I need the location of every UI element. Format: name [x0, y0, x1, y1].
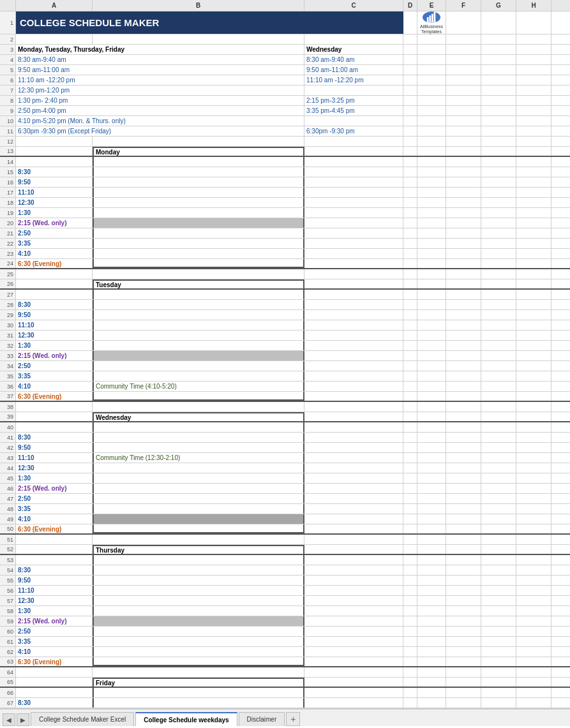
table-row: 51: [0, 535, 570, 545]
table-row: 27: [0, 290, 570, 300]
svg-rect-1: [429, 15, 431, 22]
wednesday-header: Wednesday: [93, 412, 304, 421]
cell-7a: 12:30 pm-1:20 pm: [16, 85, 304, 95]
table-row: 15 8:30: [0, 167, 570, 177]
row-number: 47: [0, 494, 16, 503]
table-row: 33 2:15 (Wed. only): [0, 351, 570, 361]
tab-disclaimer[interactable]: Disclaimer: [239, 712, 285, 726]
row-number: 48: [0, 504, 16, 514]
row-number: 57: [0, 596, 16, 605]
table-row: 7 12:30 pm-1:20 pm: [0, 85, 570, 96]
cell-3c: Wednesday: [304, 45, 403, 54]
row-number: 61: [0, 637, 16, 646]
row-number: 29: [0, 310, 16, 320]
tab-college-schedule-maker[interactable]: College Schedule Maker Excel: [31, 712, 134, 726]
cell-2c: [304, 34, 403, 44]
col-header-c: C: [304, 0, 403, 11]
cell-4a: 8:30 am-9:40 am: [16, 55, 304, 64]
row-number: 8: [0, 96, 16, 105]
row-number: 2: [0, 34, 16, 44]
row-number: 38: [0, 402, 16, 412]
row-number: 9: [0, 106, 16, 115]
table-row: 50 6:30 (Evening): [0, 524, 570, 535]
friday-header: Friday: [93, 678, 304, 687]
table-row: 41 8:30: [0, 433, 570, 443]
row-number: 45: [0, 473, 16, 483]
cell-1d: [403, 11, 417, 34]
col-header-a: A: [16, 0, 93, 11]
cell-11c: 6:30pm -9:30 pm: [304, 126, 403, 136]
cell-9c: 3:35 pm-4:45 pm: [304, 106, 403, 115]
row-number: 3: [0, 45, 16, 54]
cell-4c: 8:30 am-9:40 am: [304, 55, 403, 64]
row-number: 64: [0, 667, 16, 677]
row-number: 34: [0, 361, 16, 371]
row-number: 20: [0, 218, 16, 228]
cell-2h: [516, 34, 551, 44]
tab-college-schedule-weekdays[interactable]: College Schedule weekdays: [135, 712, 237, 726]
cell-3f: [446, 45, 481, 54]
logo-text: AllBusinessTemplates: [420, 24, 443, 35]
table-row: 54 8:30: [0, 565, 570, 576]
cell-3e: [417, 45, 446, 54]
row-number: 67: [0, 698, 16, 708]
row-number: 49: [0, 514, 16, 524]
weekday-label: Monday, Tuesday, Thursday, Friday: [18, 46, 124, 53]
logo-icon: [423, 11, 440, 23]
spreadsheet: A B C D E F G H 1 COLLEGE SCHEDULE MAKER: [0, 0, 570, 726]
row-number: 23: [0, 249, 16, 258]
table-row: 20 2:15 (Wed. only): [0, 218, 570, 228]
row-number: 32: [0, 341, 16, 350]
cell-5a: 9:50 am-11:00 am: [16, 65, 304, 75]
row-number: 13: [0, 147, 16, 156]
tab-add-button[interactable]: +: [286, 712, 300, 726]
row-number: 31: [0, 331, 16, 340]
table-row: 13 Monday: [0, 147, 570, 157]
row-number: 1: [0, 11, 16, 34]
table-row: 39 Wednesday: [0, 412, 570, 422]
cell-1f: [446, 11, 481, 34]
table-row: 29 9:50: [0, 310, 570, 320]
row-number: 5: [0, 65, 16, 75]
table-row: 18 12:30: [0, 198, 570, 208]
table-row: 19 1:30: [0, 208, 570, 218]
app-title: COLLEGE SCHEDULE MAKER: [20, 17, 159, 28]
row-number: 22: [0, 239, 16, 248]
row-number: 41: [0, 433, 16, 442]
row-number: 50: [0, 524, 16, 533]
tab-prev-button[interactable]: ◀: [3, 713, 15, 726]
row-number: 35: [0, 371, 16, 381]
table-row: 60 2:50: [0, 627, 570, 637]
row-number: 37: [0, 392, 16, 401]
cell-8c: 2:15 pm-3:25 pm: [304, 96, 403, 105]
tab-next-button[interactable]: ▶: [17, 713, 29, 726]
table-row: 9 2:50 pm-4:00 pm 3:35 pm-4:45 pm: [0, 106, 570, 116]
thursday-header: Thursday: [93, 545, 304, 554]
row-number: 63: [0, 657, 16, 666]
cell-1g: [481, 11, 516, 34]
col-header-e: E: [417, 0, 446, 11]
table-row: 31 12:30: [0, 331, 570, 341]
table-row: 56 11:10: [0, 586, 570, 596]
table-row: 40: [0, 422, 570, 433]
table-row: 59 2:15 (Wed. only): [0, 616, 570, 627]
cell-9a: 2:50 pm-4:00 pm: [16, 106, 304, 115]
row-number: 58: [0, 606, 16, 616]
cell-10c: [304, 116, 403, 126]
row-number: 59: [0, 616, 16, 626]
table-row: 58 1:30: [0, 606, 570, 616]
tuesday-header: Tuesday: [93, 279, 304, 288]
table-row: 44 12:30: [0, 463, 570, 473]
table-row: 48 3:35: [0, 504, 570, 514]
cell-2d: [403, 34, 417, 44]
row-number: 14: [0, 157, 16, 167]
cell-2g: [481, 34, 516, 44]
col-header-d: D: [403, 0, 417, 11]
row-number: 7: [0, 85, 16, 95]
cell-5c: 9:50 am-11:00 am: [304, 65, 403, 75]
table-row: 37 6:30 (Evening): [0, 392, 570, 402]
wednesday-label: Wednesday: [306, 46, 341, 53]
table-row: 21 2:50: [0, 228, 570, 239]
table-row: 4 8:30 am-9:40 am 8:30 am-9:40 am: [0, 55, 570, 65]
svg-rect-4: [426, 22, 436, 22]
